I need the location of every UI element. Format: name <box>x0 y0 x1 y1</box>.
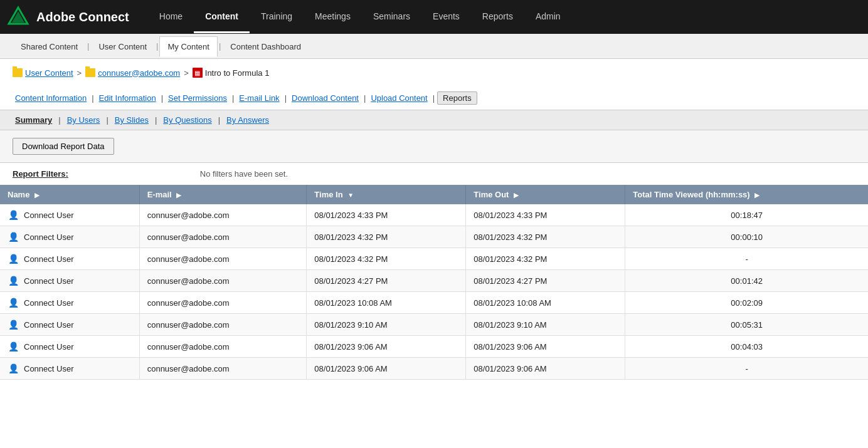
cell-time-out: 08/01/2023 9:06 AM <box>466 336 625 358</box>
sub-tab-by-slides[interactable]: By Slides <box>112 114 151 126</box>
cell-name: 👤Connect User <box>0 204 139 226</box>
nav-home[interactable]: Home <box>148 1 194 33</box>
folder-icon-2 <box>85 68 95 77</box>
app-logo-icon <box>6 5 30 29</box>
table-row: 👤Connect Userconnuser@adobe.com08/01/202… <box>0 270 868 292</box>
cell-name: 👤Connect User <box>0 314 139 336</box>
folder-icon <box>13 68 23 77</box>
nav-admin[interactable]: Admin <box>524 1 572 33</box>
email-sort-icon: ▶ <box>176 192 181 199</box>
sub-tab-by-questions[interactable]: By Questions <box>161 114 214 126</box>
user-icon: 👤 <box>8 319 19 330</box>
cell-email: connuser@adobe.com <box>139 358 307 380</box>
col-time-out[interactable]: Time Out ▶ <box>466 185 625 204</box>
breadcrumb-folder-link[interactable]: connuser@adobe.com <box>98 68 180 78</box>
sub-tab-summary[interactable]: Summary <box>13 114 55 126</box>
cell-time-out: 08/01/2023 10:08 AM <box>466 292 625 314</box>
action-sep-4: | <box>282 93 289 103</box>
table-row: 👤Connect Userconnuser@adobe.com08/01/202… <box>0 336 868 358</box>
cell-name: 👤Connect User <box>0 270 139 292</box>
sub-sep-4: | <box>214 115 224 125</box>
download-area: Download Report Data <box>0 130 868 163</box>
user-icon: 👤 <box>8 231 19 242</box>
cell-time-in: 08/01/2023 10:08 AM <box>307 292 466 314</box>
sub-sep-3: | <box>151 115 161 125</box>
cell-email: connuser@adobe.com <box>139 204 307 226</box>
cell-total-time: 00:00:10 <box>625 226 868 248</box>
breadcrumb-item-folder: Intro to Formula 1 <box>193 68 270 78</box>
cell-total-time: 00:01:42 <box>625 270 868 292</box>
download-report-button[interactable]: Download Report Data <box>13 138 114 155</box>
cell-total-time: - <box>625 358 868 380</box>
col-email[interactable]: E-mail ▶ <box>139 185 307 204</box>
cell-time-out: 08/01/2023 4:27 PM <box>466 270 625 292</box>
table-body: 👤Connect Userconnuser@adobe.com08/01/202… <box>0 204 868 380</box>
cell-name: 👤Connect User <box>0 336 139 358</box>
action-download-content[interactable]: Download Content <box>289 92 361 104</box>
cell-name: 👤Connect User <box>0 358 139 380</box>
cell-email: connuser@adobe.com <box>139 270 307 292</box>
sub-tab-by-answers[interactable]: By Answers <box>224 114 272 126</box>
filters-text: No filters have been set. <box>200 169 288 179</box>
action-email-link[interactable]: E-mail Link <box>236 92 282 104</box>
action-sep-5: | <box>361 93 368 103</box>
cell-time-in: 08/01/2023 4:32 PM <box>307 226 466 248</box>
report-table: Name ▶ E-mail ▶ Time In ▼ Time Out ▶ Tot… <box>0 185 868 380</box>
timein-sort-icon: ▼ <box>347 192 354 199</box>
table-row: 👤Connect Userconnuser@adobe.com08/01/202… <box>0 204 868 226</box>
action-set-permissions[interactable]: Set Permissions <box>166 92 230 104</box>
nav-seminars[interactable]: Seminars <box>362 1 421 33</box>
action-edit-information[interactable]: Edit Information <box>97 92 159 104</box>
breadcrumb-sep-2: > <box>184 68 189 78</box>
nav-events[interactable]: Events <box>421 1 471 33</box>
content-tab-bar: Shared Content | User Content | My Conte… <box>0 34 868 59</box>
tab-my-content[interactable]: My Content <box>159 36 217 57</box>
action-sep-3: | <box>230 93 236 103</box>
col-time-in[interactable]: Time In ▼ <box>307 185 466 204</box>
cell-total-time: - <box>625 248 868 270</box>
nav-reports[interactable]: Reports <box>471 1 524 33</box>
action-upload-content[interactable]: Upload Content <box>368 92 430 104</box>
col-name[interactable]: Name ▶ <box>0 185 139 204</box>
cell-name: 👤Connect User <box>0 292 139 314</box>
nav-content[interactable]: Content <box>194 1 250 33</box>
tab-user-content[interactable]: User Content <box>90 36 155 56</box>
action-content-information[interactable]: Content Information <box>13 92 89 104</box>
cell-total-time: 00:02:09 <box>625 292 868 314</box>
table-header-row: Name ▶ E-mail ▶ Time In ▼ Time Out ▶ Tot… <box>0 185 868 204</box>
user-icon: 👤 <box>8 341 19 352</box>
sub-tab-by-users[interactable]: By Users <box>65 114 103 126</box>
main-nav: Home Content Training Meetings Seminars … <box>148 1 572 33</box>
app-title: Adobe Connect <box>36 10 129 24</box>
cell-time-in: 08/01/2023 4:33 PM <box>307 204 466 226</box>
cell-time-in: 08/01/2023 9:06 AM <box>307 336 466 358</box>
top-navigation: Adobe Connect Home Content Training Meet… <box>0 0 868 34</box>
tab-sep-1: | <box>86 41 90 51</box>
action-links-bar: Content Information | Edit Information |… <box>0 86 868 110</box>
table-row: 👤Connect Userconnuser@adobe.com08/01/202… <box>0 314 868 336</box>
breadcrumb-folder-folder: connuser@adobe.com <box>85 68 180 78</box>
cell-email: connuser@adobe.com <box>139 336 307 358</box>
content-item-icon <box>193 68 203 78</box>
tab-shared-content[interactable]: Shared Content <box>13 36 86 56</box>
tab-content-dashboard[interactable]: Content Dashboard <box>222 36 309 56</box>
tab-sep-3: | <box>218 41 222 51</box>
user-icon: 👤 <box>8 363 19 374</box>
action-sep-6: | <box>430 93 437 103</box>
cell-time-out: 08/01/2023 4:32 PM <box>466 226 625 248</box>
table-row: 👤Connect Userconnuser@adobe.com08/01/202… <box>0 248 868 270</box>
filters-label: Report Filters: <box>13 169 68 179</box>
col-total-time[interactable]: Total Time Viewed (hh:mm:ss) ▶ <box>625 185 868 204</box>
nav-meetings[interactable]: Meetings <box>304 1 362 33</box>
breadcrumb-sep-1: > <box>77 68 82 78</box>
cell-total-time: 00:04:03 <box>625 336 868 358</box>
breadcrumb-user-content-link[interactable]: User Content <box>25 68 73 78</box>
breadcrumb-item-name: Intro to Formula 1 <box>205 68 270 78</box>
action-reports[interactable]: Reports <box>437 91 477 105</box>
sub-sep-1: | <box>55 115 64 125</box>
cell-email: connuser@adobe.com <box>139 226 307 248</box>
nav-training[interactable]: Training <box>250 1 304 33</box>
action-sep-2: | <box>159 93 166 103</box>
tab-sep-2: | <box>155 41 159 51</box>
name-sort-icon: ▶ <box>34 192 40 199</box>
